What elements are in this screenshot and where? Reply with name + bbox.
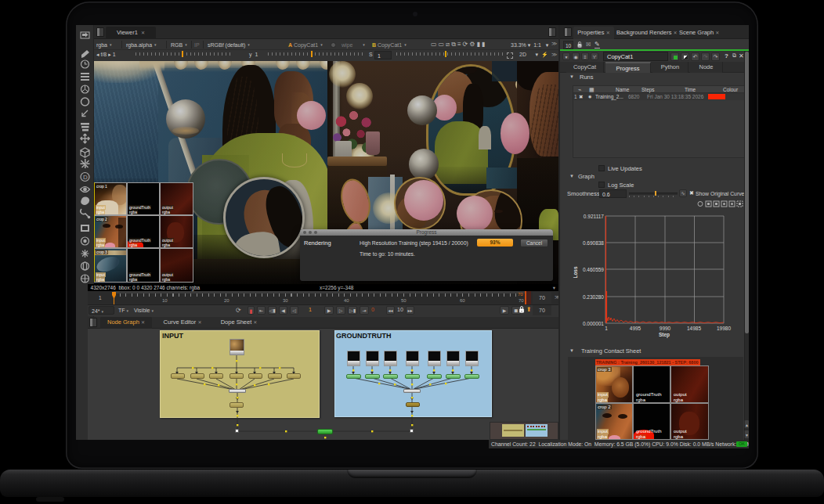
svg-text:9990: 9990 [660, 326, 671, 331]
svg-text:1: 1 [605, 326, 608, 331]
svg-text:4995: 4995 [630, 326, 641, 331]
svg-text:Loss: Loss [573, 266, 578, 279]
svg-text:0.000001: 0.000001 [583, 321, 604, 326]
svg-text:0.921117: 0.921117 [584, 214, 605, 219]
svg-text:19980: 19980 [717, 326, 731, 331]
svg-text:Step: Step [659, 332, 670, 338]
svg-text:0.460559: 0.460559 [583, 267, 604, 272]
svg-text:D: D [83, 174, 88, 181]
svg-text:0.230280: 0.230280 [583, 294, 604, 300]
svg-text:14985: 14985 [687, 326, 701, 331]
svg-text:0.690838: 0.690838 [583, 240, 604, 246]
